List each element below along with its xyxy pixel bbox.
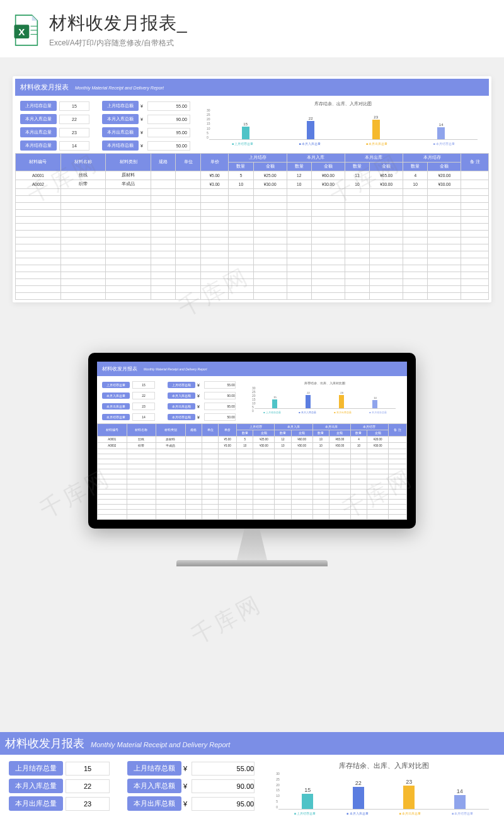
legend-item: 本月结存总量 — [452, 811, 473, 815]
table-row: A0001丝线原材料¥5.005¥25.0012¥60.0013¥65.004¥… — [16, 171, 489, 180]
table-row — [16, 272, 489, 279]
summary-amt-item: 上月结存总额¥55.00 — [102, 101, 190, 111]
page-subtitle: Excel/A4打印/内容随意修改/自带格式 — [49, 38, 188, 49]
chart-bar: 15 — [302, 787, 313, 809]
table-row — [16, 279, 489, 286]
report-title-en: Monthly Material Receipt and Delivery Re… — [91, 741, 230, 748]
table-row — [16, 238, 489, 244]
chart-bar: 15 — [242, 122, 249, 139]
page-header: X 材料收发月报表_ Excel/A4打印/内容随意修改/自带格式 — [0, 0, 504, 57]
table-row — [98, 500, 407, 505]
report-title-cn: 材料收发月报表 — [102, 365, 137, 372]
summary-section: 上月结存总量15本月入库总量22本月出库总量23本月结存总量14上月结存总额¥5… — [97, 376, 407, 423]
summary-qty-item: 本月入库总量22 — [9, 779, 110, 793]
excel-file-icon: X — [13, 14, 40, 47]
table-row — [16, 258, 489, 265]
table-row — [98, 505, 407, 510]
legend-item: 本月出库总量 — [399, 811, 421, 815]
table-row — [16, 210, 489, 217]
table-row — [16, 244, 489, 251]
report-title-cn: 材料收发月报表 — [5, 736, 84, 751]
table-row — [16, 265, 489, 272]
comparison-chart: 库存结余、出库、入库对比图 30252015105015222314 上月结存总… — [248, 381, 402, 421]
table-row — [98, 479, 407, 484]
legend-item: 本月入库总量 — [299, 142, 320, 146]
summary-qty-item: 上月结存总量15 — [102, 381, 155, 389]
comparison-chart: 库存结余、出库、入库对比图 30252015105015222314 上月结存总… — [272, 761, 495, 815]
summary-qty-item: 本月结存总量14 — [102, 413, 155, 421]
table-header-row: 材料编号材料名称材料类别规格单位单价 上月结存本月入库本月出库本月结存备 注 — [98, 424, 407, 430]
table-row — [16, 196, 489, 203]
template-preview-large: 材料收发月报表 Monthly Material Receipt and Del… — [13, 76, 491, 302]
summary-amt-item: 本月入库总额¥90.00 — [127, 779, 255, 793]
summary-qty-item: 本月入库总量22 — [20, 114, 89, 124]
legend-item: 本月出库总量 — [334, 411, 352, 414]
chart-bar: 14 — [437, 123, 445, 139]
page-title: 材料收发月报表_ — [49, 11, 188, 35]
summary-qty-item: 本月入库总量22 — [102, 392, 155, 399]
table-row — [98, 495, 407, 500]
summary-section: 上月结存总量15本月入库总量22本月出库总量23本月结存总量14上月结存总额¥5… — [15, 96, 489, 153]
table-row — [98, 454, 407, 459]
legend-item: 上月结存总量 — [232, 142, 253, 146]
table-row — [98, 449, 407, 454]
legend-item: 本月结存总量 — [433, 142, 455, 146]
table-row — [16, 203, 489, 210]
summary-qty-item: 上月结存总量15 — [9, 761, 110, 776]
summary-qty-item: 本月出库总量23 — [20, 127, 89, 137]
summary-amt-item: 本月出库总额¥95.00 — [127, 796, 255, 811]
table-row — [98, 464, 407, 469]
chart-bar: 14 — [372, 396, 377, 408]
table-row: A0001丝线原材料¥5.005¥25.0012¥60.0013¥65.004¥… — [98, 437, 407, 443]
summary-amt-item: 上月结存总额¥55.00 — [168, 381, 236, 389]
chart-bar: 15 — [272, 396, 277, 408]
legend-item: 本月出库总量 — [366, 142, 387, 146]
legend-item: 上月结存总量 — [263, 411, 281, 414]
legend-item: 本月入库总量 — [299, 411, 316, 414]
watermark: 千库网 — [186, 589, 268, 652]
table-row — [16, 189, 489, 196]
table-row: A0002织带半成品¥3.0010¥30.0010¥30.0010¥30.001… — [98, 443, 407, 449]
chart-bar: 23 — [403, 779, 415, 809]
table-row — [16, 293, 489, 300]
chart-bar: 22 — [307, 117, 314, 139]
chart-bar: 22 — [306, 391, 311, 408]
report-title-bar: 材料收发月报表 Monthly Material Receipt and Del… — [15, 79, 489, 96]
summary-qty-item: 本月结存总量14 — [20, 140, 89, 151]
chart-bar: 23 — [339, 391, 344, 408]
legend-item: 上月结存总量 — [294, 811, 316, 815]
chart-bar: 23 — [372, 115, 380, 139]
table-row — [98, 484, 407, 490]
report-title-en: Monthly Material Receipt and Delivery Re… — [144, 367, 207, 371]
legend-item: 本月入库总量 — [346, 811, 368, 815]
legend-item: 本月结存总量 — [369, 411, 387, 414]
chart-bar: 14 — [454, 788, 466, 809]
report-title-en: Monthly Material Receipt and Delivery Re… — [75, 86, 164, 90]
monitor-mockup: 材料收发月报表 Monthly Material Receipt and Del… — [88, 353, 416, 566]
table-row — [16, 231, 489, 238]
svg-text:X: X — [18, 26, 25, 37]
table-row — [16, 286, 489, 293]
table-row — [98, 515, 407, 520]
comparison-chart: 库存结余、出库、入库对比图 30252015105015222314 上月结存总… — [203, 101, 484, 151]
summary-amt-item: 本月出库总额¥95.00 — [102, 127, 190, 137]
summary-amt-item: 本月入库总额¥90.00 — [168, 392, 236, 399]
table-row — [16, 251, 489, 258]
material-table: 材料编号材料名称材料类别规格单位单价 上月结存本月入库本月出库本月结存备 注 数… — [15, 153, 489, 300]
report-title-cn: 材料收发月报表 — [20, 83, 69, 92]
summary-qty-item: 本月出库总量23 — [9, 796, 110, 811]
material-table: 材料编号材料名称材料类别规格单位单价 上月结存本月入库本月出库本月结存备 注 数… — [97, 423, 407, 520]
chart-bar: 22 — [353, 780, 364, 809]
table-row — [98, 474, 407, 479]
summary-qty-item: 本月出库总量23 — [102, 403, 155, 410]
table-row: A0002织带半成品¥3.0010¥30.0010¥30.0010¥30.001… — [16, 180, 489, 189]
table-row — [98, 510, 407, 515]
summary-amt-item: 本月结存总额¥50.00 — [168, 413, 236, 421]
report-title-bar: 材料收发月报表 Monthly Material Receipt and Del… — [97, 362, 407, 376]
table-row — [98, 459, 407, 464]
table-header-row: 材料编号材料名称材料类别规格单位单价 上月结存本月入库本月出库本月结存备 注 — [16, 154, 489, 163]
summary-amt-item: 本月出库总额¥95.00 — [168, 403, 236, 410]
summary-qty-item: 上月结存总量15 — [20, 101, 89, 111]
summary-amt-item: 本月入库总额¥90.00 — [102, 114, 190, 124]
table-row — [16, 217, 489, 224]
